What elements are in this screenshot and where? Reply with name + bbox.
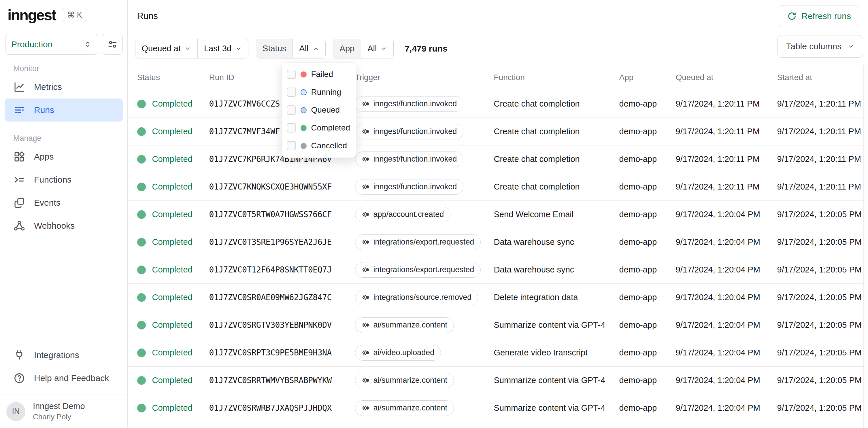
time-field-dropdown[interactable]: Queued at [135,39,197,58]
help-icon [13,372,25,384]
status-filter-dropdown[interactable]: All [292,39,325,58]
app-filter-label: App [334,39,361,58]
checkbox-unchecked[interactable] [287,88,296,97]
status-cell: Completed [137,403,209,413]
checkbox-unchecked[interactable] [287,105,296,114]
queued-at: 9/17/2024, 1:20:04 PM [676,348,777,357]
trigger-cell: integrations/export.requested [355,262,494,278]
time-range-dropdown[interactable]: Last 3d [197,39,248,58]
column-header-function: Function [494,73,619,82]
sidebar-item-functions[interactable]: Functions [0,168,127,191]
status-option[interactable]: Cancelled [282,137,356,155]
environment-settings-button[interactable] [102,34,123,55]
table-row[interactable]: Completed 01J7ZVC0SRGTV303YEBNPNK0DV ai/… [128,311,868,339]
status-label: Completed [152,403,192,413]
event-icon [362,350,369,356]
app-filter-dropdown[interactable]: All [361,39,393,58]
trigger-event-pill[interactable]: ai/video.uploaded [355,345,441,361]
status-dot-completed [137,155,146,164]
event-icon [362,267,369,273]
status-option[interactable]: Queued [282,101,356,119]
command-k-shortcut[interactable]: ⌘ K [62,8,87,22]
trigger-event-pill[interactable]: app/account.created [355,207,451,222]
user-menu[interactable]: IN Inngest Demo Charly Poly [0,395,127,428]
runs-count: 7,479 runs [405,44,447,54]
started-at: 9/17/2024, 1:20:05 PM [777,265,868,274]
trigger-event-pill[interactable]: inngest/function.invoked [355,124,464,139]
trigger-event-pill[interactable]: ai/summarize.content [355,373,454,388]
status-label: Completed [152,375,192,385]
status-color-dot [301,89,307,95]
app-name: demo-app [619,182,676,192]
table-row[interactable]: Completed 01J7ZVC7MV6CCZS inngest/functi… [128,90,868,118]
trigger-cell: ai/summarize.content [355,318,494,333]
sidebar-item-help[interactable]: Help and Feedback [0,367,127,390]
sidebar-item-runs[interactable]: Runs [5,99,123,122]
table-columns-button[interactable]: Table columns [777,35,863,58]
function-name: Data warehouse sync [494,237,619,247]
sidebar-item-integrations[interactable]: Integrations [0,343,127,367]
trigger-event-pill[interactable]: integrations/source.removed [355,290,478,305]
trigger-cell: ai/summarize.content [355,373,494,388]
function-name: Summarize content via GPT-4 [494,403,619,413]
status-option[interactable]: Running [282,83,356,101]
table-row[interactable]: Completed 01J7ZVC0SRRTWMVYBSRABPWYKW ai/… [128,367,868,394]
sidebar-item-metrics[interactable]: Metrics [0,75,127,99]
trigger-event-pill[interactable]: integrations/export.requested [355,262,481,278]
trigger-event-name: ai/video.uploaded [373,348,435,357]
table-row[interactable]: Completed 01J7ZVC0SR0AE09MW62JGZ847C int… [128,284,868,311]
run-id: 01J7ZVC0SRRTWMVYBSRABPWYKW [209,375,355,385]
status-dot-completed [137,293,146,302]
queued-at: 9/17/2024, 1:20:04 PM [676,320,777,330]
scrollbar-track[interactable] [863,65,868,428]
trigger-event-name: inngest/function.invoked [373,182,457,191]
status-option-label: Failed [311,70,333,79]
table-row[interactable]: Completed 01J7ZVC7KP6RJK74B1NP14PA6V inn… [128,145,868,173]
status-option[interactable]: Completed [282,119,356,137]
table-row[interactable]: Completed 01J7ZVC7MVF34WF inngest/functi… [128,118,868,145]
sidebar-item-label: Events [34,198,61,208]
status-option[interactable]: Failed [282,65,356,83]
checkbox-unchecked[interactable] [287,141,296,150]
column-header-trigger: Trigger [355,73,494,82]
app-name: demo-app [619,127,676,136]
trigger-event-name: app/account.created [373,210,444,219]
functions-icon [13,174,25,186]
queued-at: 9/17/2024, 1:20:04 PM [676,375,777,385]
environment-name: Production [11,39,53,49]
apps-icon [13,151,25,163]
trigger-event-pill[interactable]: ai/summarize.content [355,400,454,416]
environment-select[interactable]: Production [5,34,98,55]
started-at: 9/17/2024, 1:20:05 PM [777,293,868,302]
function-name: Summarize content via GPT-4 [494,375,619,385]
table-row[interactable]: Completed 01J7ZVC0T12F64P8SNKTT0EQ7J int… [128,256,868,284]
column-header-queued-at: Queued at [676,73,777,82]
started-at: 9/17/2024, 1:20:05 PM [777,403,868,413]
trigger-event-pill[interactable]: ai/summarize.content [355,318,454,333]
table-row[interactable]: Completed 01J7ZVC0SRPT3C9PE5BME9H3NA ai/… [128,339,868,367]
trigger-event-pill[interactable]: integrations/export.requested [355,234,481,250]
main-content: Runs Refresh runs Queued at Last 3d Stat… [128,0,868,428]
trigger-event-pill[interactable]: inngest/function.invoked [355,96,464,112]
checkbox-unchecked[interactable] [287,123,296,132]
chevron-up-down-icon [83,40,92,49]
sidebar-item-webhooks[interactable]: Webhooks [0,214,127,237]
queued-at: 9/17/2024, 1:20:11 PM [676,182,777,192]
table-row[interactable]: Completed 01J7ZVC7KNQKSCXQE3HQWN55XF inn… [128,173,868,201]
metrics-icon [13,81,25,93]
table-row[interactable]: Completed 01J7ZVC0T3SRE1P96SYEA2J6JE int… [128,228,868,256]
started-at: 9/17/2024, 1:20:11 PM [777,127,868,136]
refresh-runs-button[interactable]: Refresh runs [779,5,859,27]
table-row[interactable]: Completed 01J7ZVC0T5RTW0A7HGWSS766CF app… [128,201,868,228]
sidebar-item-events[interactable]: Events [0,191,127,214]
trigger-event-pill[interactable]: inngest/function.invoked [355,152,464,167]
table-header: Status Run ID Trigger Function App Queue… [128,65,868,90]
table-row[interactable]: Completed 01J7ZVC0SRWRB7JXAQSPJJHDQX ai/… [128,394,868,422]
status-cell: Completed [137,265,209,274]
sidebar-item-apps[interactable]: Apps [0,145,127,168]
trigger-event-pill[interactable]: inngest/function.invoked [355,179,464,195]
status-option-label: Queued [311,105,340,114]
checkbox-unchecked[interactable] [287,70,296,79]
status-dot-completed [137,210,146,219]
status-dot-completed [137,183,146,191]
